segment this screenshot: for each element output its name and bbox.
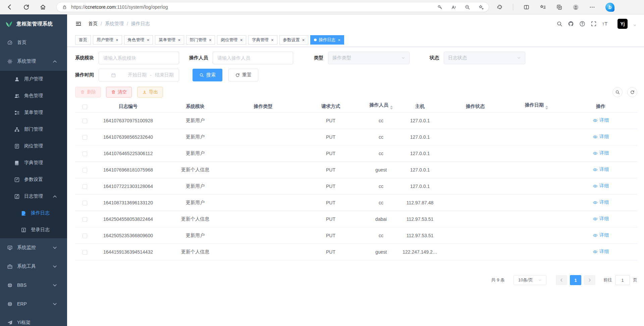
- sidebar-item-dept-mgmt[interactable]: 部门管理: [0, 121, 67, 138]
- user-menu-caret-icon[interactable]: [633, 23, 637, 27]
- next-page-button[interactable]: [584, 275, 595, 285]
- row-checkbox[interactable]: [83, 168, 87, 173]
- sidebar-item-dict-mgmt[interactable]: 字典管理: [0, 154, 67, 171]
- sidebar-item-home[interactable]: 首页: [0, 33, 67, 52]
- sidebar-item-yi-framework[interactable]: Yi框架: [0, 313, 67, 326]
- breadcrumb-item[interactable]: 首页: [88, 21, 98, 27]
- tab-close-icon[interactable]: ×: [115, 38, 118, 42]
- tab-close-icon[interactable]: ×: [302, 38, 305, 42]
- extensions-icon[interactable]: [496, 4, 503, 10]
- module-input[interactable]: [99, 52, 179, 64]
- page-number-button[interactable]: 1: [570, 275, 581, 285]
- tab-dept-mgmt[interactable]: 部门管理×: [186, 35, 215, 45]
- tab-dict-mgmt[interactable]: 字典管理×: [248, 35, 277, 45]
- detail-link[interactable]: 详细: [593, 249, 609, 255]
- favorites-icon[interactable]: [540, 4, 546, 10]
- lock-icon[interactable]: [62, 5, 67, 10]
- page-size-select[interactable]: 10条/页: [514, 275, 546, 285]
- fullscreen-icon[interactable]: [591, 21, 597, 27]
- zoom-out-icon[interactable]: [465, 4, 470, 10]
- split-screen-icon[interactable]: [523, 4, 530, 10]
- add-favorite-icon[interactable]: [478, 4, 484, 10]
- row-checkbox[interactable]: [83, 119, 87, 123]
- read-aloud-icon[interactable]: [451, 4, 457, 10]
- detail-link[interactable]: 详细: [593, 150, 609, 156]
- sidebar-item-menu-mgmt[interactable]: 菜单管理: [0, 104, 67, 121]
- browser-back-icon[interactable]: [6, 4, 13, 10]
- select-all-checkbox[interactable]: [83, 105, 87, 109]
- sort-caret-icon[interactable]: [545, 104, 548, 111]
- detail-link[interactable]: 详细: [593, 183, 609, 189]
- sidebar-item-bbs[interactable]: BBS: [0, 276, 67, 295]
- bing-chat-icon[interactable]: b: [605, 3, 614, 12]
- browser-profile-icon[interactable]: [573, 4, 579, 10]
- sidebar-item-oper-log[interactable]: 操作日志: [0, 205, 67, 221]
- tab-menu-mgmt[interactable]: 菜单管理×: [155, 35, 184, 45]
- detail-link[interactable]: 详细: [593, 232, 609, 238]
- breadcrumb-item[interactable]: 系统管理: [105, 21, 124, 27]
- sidebar-item-login-log[interactable]: 登录日志: [0, 221, 67, 238]
- search-button[interactable]: 搜索: [193, 69, 222, 81]
- refresh-table-button[interactable]: [627, 87, 637, 97]
- tab-home[interactable]: 首页: [75, 35, 91, 45]
- sidebar-item-system-tools[interactable]: 系统工具: [0, 257, 67, 276]
- row-checkbox[interactable]: [83, 201, 87, 205]
- tab-close-icon[interactable]: ×: [209, 38, 212, 42]
- row-checkbox[interactable]: [83, 151, 87, 156]
- type-select[interactable]: 操作类型: [328, 52, 410, 64]
- row-checkbox[interactable]: [83, 250, 87, 255]
- tab-user-mgmt[interactable]: 用户管理×: [93, 35, 122, 45]
- status-select[interactable]: 日志状态: [444, 52, 525, 64]
- sort-caret-icon[interactable]: [390, 104, 393, 111]
- tab-close-icon[interactable]: ×: [147, 38, 150, 42]
- tab-close-icon[interactable]: ×: [337, 38, 340, 42]
- tab-role-mgmt[interactable]: 角色管理×: [124, 35, 153, 45]
- collections-icon[interactable]: [556, 4, 562, 10]
- tab-close-icon[interactable]: ×: [239, 38, 243, 42]
- detail-link[interactable]: 详细: [593, 167, 609, 173]
- reset-button[interactable]: 重置: [228, 69, 258, 81]
- font-size-icon[interactable]: TT: [602, 21, 608, 27]
- detail-link[interactable]: 详细: [593, 216, 609, 222]
- detail-link[interactable]: 详细: [593, 199, 609, 205]
- sidebar-item-erp[interactable]: ERP: [0, 295, 67, 313]
- tab-post-mgmt[interactable]: 岗位管理×: [217, 35, 246, 45]
- detail-link[interactable]: 详细: [593, 117, 609, 123]
- export-button[interactable]: 导出: [137, 87, 163, 97]
- date-range-picker[interactable]: 开始日期 - 结束日期: [99, 69, 179, 81]
- browser-refresh-icon[interactable]: [23, 4, 30, 10]
- address-bar[interactable]: https://ccnetcore.com:1101/system/log/op…: [56, 2, 489, 12]
- more-options-icon[interactable]: [589, 4, 595, 10]
- delete-button[interactable]: 删除: [75, 87, 101, 97]
- sidebar-item-system-monitor[interactable]: 系统监控: [0, 238, 67, 257]
- sidebar-item-post-mgmt[interactable]: 岗位管理: [0, 138, 67, 154]
- sidebar-item-user-mgmt[interactable]: 用户管理: [0, 71, 67, 87]
- row-checkbox[interactable]: [83, 135, 87, 140]
- header-search-icon[interactable]: [556, 21, 562, 27]
- password-icon[interactable]: [437, 4, 443, 10]
- tab-close-icon[interactable]: ×: [177, 38, 180, 42]
- operator-input[interactable]: [213, 52, 293, 64]
- sidebar-item-system-mgmt[interactable]: 系统管理: [0, 52, 67, 71]
- sidebar-collapse-icon[interactable]: [75, 20, 82, 27]
- browser-home-icon[interactable]: [40, 4, 46, 10]
- tab-close-icon[interactable]: ×: [271, 38, 274, 42]
- goto-page-input[interactable]: [615, 275, 630, 285]
- help-icon[interactable]: [579, 21, 585, 27]
- github-icon[interactable]: [568, 21, 574, 27]
- detail-link[interactable]: 详细: [593, 134, 609, 140]
- row-checkbox[interactable]: [83, 234, 87, 238]
- column-header-date[interactable]: 操作日期: [509, 102, 564, 111]
- sidebar-item-log-mgmt[interactable]: 日志管理: [0, 188, 67, 205]
- tab-oper-log[interactable]: 操作日志×: [310, 35, 344, 45]
- row-checkbox[interactable]: [83, 184, 87, 189]
- sidebar-item-role-mgmt[interactable]: 角色管理: [0, 87, 67, 104]
- column-header-operator[interactable]: 操作人员: [364, 102, 398, 111]
- row-checkbox[interactable]: [83, 217, 87, 222]
- prev-page-button[interactable]: [556, 275, 567, 285]
- user-avatar[interactable]: Yj: [618, 19, 628, 29]
- tab-param-settings[interactable]: 参数设置×: [279, 35, 309, 45]
- show-search-button[interactable]: [612, 87, 623, 97]
- sidebar-item-param-settings[interactable]: 参数设置: [0, 171, 67, 188]
- clear-button[interactable]: 清空: [106, 87, 132, 97]
